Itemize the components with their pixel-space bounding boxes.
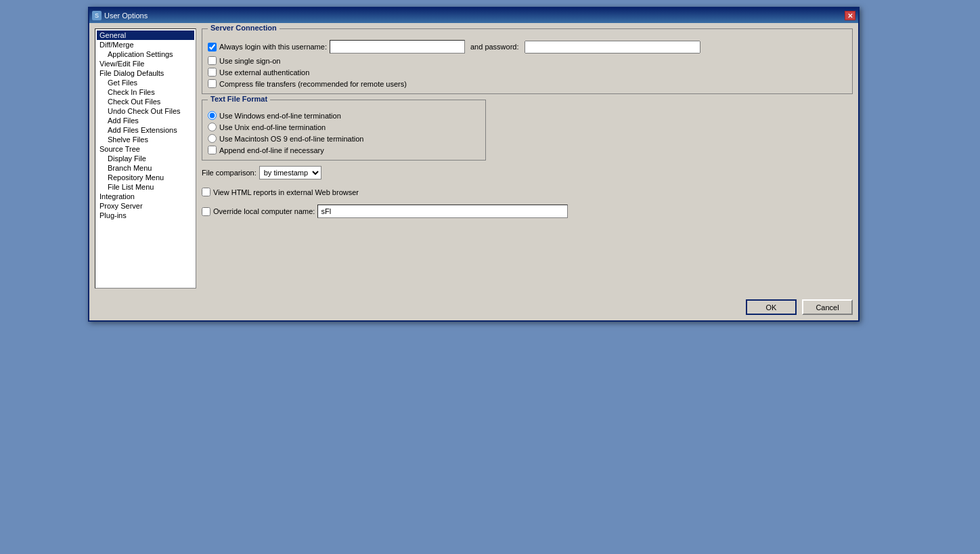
override-computer-checkbox[interactable] — [202, 207, 210, 216]
dialog-body: General Diff/Merge Application Settings … — [89, 23, 858, 294]
view-html-checkbox[interactable] — [202, 188, 210, 196]
override-computer-field[interactable] — [317, 205, 568, 218]
tree-item-undocheckout[interactable]: Undo Check Out Files — [97, 106, 194, 116]
user-options-dialog: S User Options ✕ General Diff/Merge Appl… — [88, 7, 860, 322]
main-content: S User Options ✕ General Diff/Merge Appl… — [0, 0, 980, 554]
file-comparison-row: File comparison: by timestamp by checksu… — [202, 166, 853, 179]
append-eol-checkbox[interactable] — [208, 146, 217, 154]
view-html-row: View HTML reports in external Web browse… — [202, 188, 853, 196]
unix-eol-label[interactable]: Use Unix end-of-line termination — [219, 123, 326, 131]
tree-item-repmenu[interactable]: Repository Menu — [97, 173, 194, 182]
tree-item-filedialog[interactable]: File Dialog Defaults — [97, 68, 194, 78]
dialog-title: User Options — [104, 12, 148, 20]
tree-item-filelistmenu[interactable]: File List Menu — [97, 182, 194, 192]
tree-item-getfiles[interactable]: Get Files — [97, 78, 194, 87]
dialog-footer: OK Cancel — [89, 294, 858, 320]
file-comparison-select[interactable]: by timestamp by checksum by size — [259, 166, 321, 179]
tree-item-addfilesext[interactable]: Add Files Extensions — [97, 125, 194, 135]
override-computer-label[interactable]: Override local computer name: — [213, 207, 315, 215]
tree-item-appsettings[interactable]: Application Settings — [97, 49, 194, 59]
tree-item-general[interactable]: General — [97, 30, 194, 40]
server-connection-section: Server Connection Always login with this… — [202, 28, 853, 94]
ok-button[interactable]: OK — [746, 299, 797, 315]
windows-eol-row: Use Windows end-of-line termination — [208, 111, 480, 120]
tree-item-checkinfiles[interactable]: Check In Files — [97, 87, 194, 97]
tree-item-plugins[interactable]: Plug-ins — [97, 211, 194, 220]
tree-item-addfiles[interactable]: Add Files — [97, 116, 194, 125]
compress-row: Compress file transfers (recommended for… — [208, 79, 847, 88]
append-eol-row: Append end-of-line if necessary — [208, 146, 480, 154]
dialog-close-button[interactable]: ✕ — [845, 11, 855, 20]
compress-label[interactable]: Compress file transfers (recommended for… — [219, 80, 407, 88]
always-login-checkbox[interactable] — [208, 43, 217, 51]
dialog-icon: S — [92, 11, 102, 20]
content-panel: Server Connection Always login with this… — [202, 28, 853, 289]
always-login-row: Always login with this username: and pas… — [208, 40, 847, 54]
windows-eol-label[interactable]: Use Windows end-of-line termination — [219, 112, 341, 120]
tree-item-checkoutfiles[interactable]: Check Out Files — [97, 97, 194, 106]
external-auth-label[interactable]: Use external authentication — [219, 68, 309, 77]
external-auth-checkbox[interactable] — [208, 68, 217, 77]
tree-item-proxyserver[interactable]: Proxy Server — [97, 201, 194, 211]
tree-item-shelvefiles[interactable]: Shelve Files — [97, 135, 194, 144]
text-file-format-section: Text File Format Use Windows end-of-line… — [202, 100, 486, 161]
tree-item-branchmenu[interactable]: Branch Menu — [97, 163, 194, 173]
single-signon-label[interactable]: Use single sign-on — [219, 57, 281, 65]
mac-eol-radio[interactable] — [208, 134, 217, 143]
options-tree: General Diff/Merge Application Settings … — [95, 28, 196, 289]
unix-eol-row: Use Unix end-of-line termination — [208, 123, 480, 131]
windows-eol-radio[interactable] — [208, 111, 217, 120]
override-computer-row: Override local computer name: — [202, 205, 853, 218]
single-signon-checkbox[interactable] — [208, 56, 217, 65]
unix-eol-radio[interactable] — [208, 123, 217, 131]
and-password-label: and password: — [470, 43, 519, 51]
external-auth-row: Use external authentication — [208, 68, 847, 77]
server-connection-title: Server Connection — [208, 24, 280, 32]
tree-item-integration[interactable]: Integration — [97, 192, 194, 201]
view-html-label[interactable]: View HTML reports in external Web browse… — [213, 188, 359, 196]
dialog-title-bar: S User Options ✕ — [89, 8, 858, 23]
tree-item-viewedit[interactable]: View/Edit File — [97, 59, 194, 68]
tree-item-displayfile[interactable]: Display File — [97, 154, 194, 163]
username-field[interactable] — [330, 40, 465, 54]
single-sign-on-row: Use single sign-on — [208, 56, 847, 65]
append-eol-label[interactable]: Append end-of-line if necessary — [219, 146, 324, 154]
always-login-label[interactable]: Always login with this username: — [219, 43, 327, 51]
mac-eol-label[interactable]: Use Macintosh OS 9 end-of-line terminati… — [219, 135, 363, 143]
tree-item-sourcetree[interactable]: Source Tree — [97, 144, 194, 154]
mac-eol-row: Use Macintosh OS 9 end-of-line terminati… — [208, 134, 480, 143]
compress-checkbox[interactable] — [208, 79, 217, 88]
text-file-format-title: Text File Format — [208, 95, 270, 103]
password-field[interactable] — [525, 41, 700, 54]
file-comparison-label: File comparison: — [202, 169, 257, 177]
cancel-button[interactable]: Cancel — [802, 299, 853, 315]
tree-item-diffmerge[interactable]: Diff/Merge — [97, 40, 194, 49]
dialog-title-left: S User Options — [92, 11, 148, 20]
